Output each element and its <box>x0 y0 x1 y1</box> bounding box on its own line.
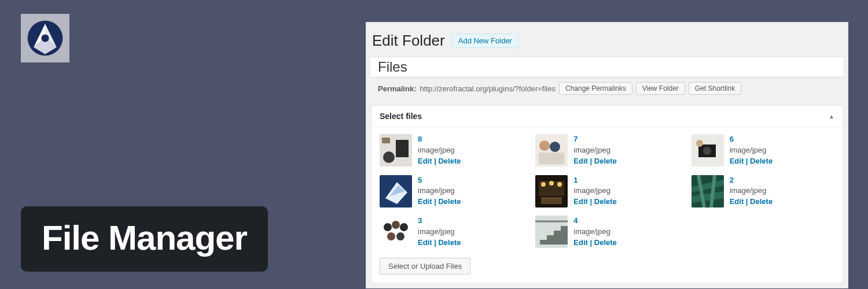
file-item: 4image/jpegEdit | Delete <box>535 216 678 249</box>
file-name-link[interactable]: 8 <box>418 134 461 145</box>
file-row-actions: Edit | Delete <box>418 156 461 167</box>
svg-point-19 <box>541 182 546 187</box>
file-mime: image/jpeg <box>730 186 773 197</box>
delete-link[interactable]: Delete <box>750 157 773 165</box>
permalink-row: Permalink: http://zerofractal.org/plugin… <box>366 77 848 99</box>
edit-link[interactable]: Edit <box>573 197 588 206</box>
action-separator: | <box>588 197 594 206</box>
postbox-header: Select files ▲ <box>372 106 843 127</box>
file-thumbnail[interactable] <box>692 134 724 166</box>
file-thumbnail[interactable] <box>692 175 724 208</box>
file-mime: image/jpeg <box>573 227 616 238</box>
file-mime: image/jpeg <box>418 145 461 156</box>
edit-link[interactable]: Edit <box>418 157 432 165</box>
file-meta: 6image/jpegEdit | Delete <box>730 134 773 167</box>
file-name-link[interactable]: 6 <box>730 134 773 145</box>
delete-link[interactable]: Delete <box>594 238 617 247</box>
panel-header: Edit Folder Add New Folder <box>366 23 848 57</box>
folder-title-row <box>371 57 843 77</box>
file-item: 8image/jpegEdit | Delete <box>380 134 523 167</box>
file-item: 2image/jpegEdit | Delete <box>692 175 834 208</box>
svg-point-12 <box>703 147 711 155</box>
svg-point-28 <box>387 232 395 240</box>
file-name-link[interactable]: 4 <box>573 216 616 227</box>
delete-link[interactable]: Delete <box>594 157 617 165</box>
svg-point-13 <box>696 140 703 147</box>
file-meta: 7image/jpegEdit | Delete <box>573 134 616 167</box>
file-meta: 5image/jpegEdit | Delete <box>418 175 461 208</box>
delete-link[interactable]: Delete <box>438 157 461 165</box>
folder-title-input[interactable] <box>378 59 836 75</box>
get-shortlink-button[interactable]: Get Shortlink <box>689 82 741 95</box>
file-meta: 8image/jpegEdit | Delete <box>418 134 461 167</box>
file-meta: 2image/jpegEdit | Delete <box>730 175 773 208</box>
edit-link[interactable]: Edit <box>730 197 744 206</box>
collapse-toggle-icon[interactable]: ▲ <box>829 113 834 120</box>
edit-link[interactable]: Edit <box>730 157 744 165</box>
add-new-folder-button[interactable]: Add New Folder <box>452 34 518 48</box>
svg-point-29 <box>396 232 404 240</box>
edit-folder-panel: Edit Folder Add New Folder Permalink: ht… <box>366 22 848 288</box>
svg-rect-24 <box>380 216 412 248</box>
postbox-content: 8image/jpegEdit | Delete7image/jpegEdit … <box>372 127 843 283</box>
edit-link[interactable]: Edit <box>418 238 432 247</box>
svg-point-4 <box>383 151 395 163</box>
file-mime: image/jpeg <box>730 145 773 156</box>
file-mime: image/jpeg <box>418 227 461 238</box>
edit-link[interactable]: Edit <box>418 197 432 206</box>
svg-rect-5 <box>382 138 390 143</box>
file-thumbnail[interactable] <box>535 216 568 248</box>
delete-link[interactable]: Delete <box>438 238 461 247</box>
file-thumbnail[interactable] <box>535 134 568 166</box>
select-upload-button[interactable]: Select or Upload Files <box>380 258 470 275</box>
svg-point-26 <box>392 221 400 229</box>
change-permalinks-button[interactable]: Change Permalinks <box>559 82 632 95</box>
action-separator: | <box>588 238 594 247</box>
permalink-url: http://zerofractal.org/plugins/?folder=f… <box>420 84 556 93</box>
file-name-link[interactable]: 7 <box>573 134 616 145</box>
postbox-title: Select files <box>380 112 422 121</box>
edit-link[interactable]: Edit <box>573 238 588 247</box>
file-row-actions: Edit | Delete <box>418 238 461 249</box>
edit-link[interactable]: Edit <box>573 157 588 165</box>
file-thumbnail[interactable] <box>380 175 412 208</box>
file-mime: image/jpeg <box>418 186 461 197</box>
file-row-actions: Edit | Delete <box>730 156 773 167</box>
svg-point-20 <box>549 181 554 186</box>
file-meta: 4image/jpegEdit | Delete <box>573 216 616 249</box>
action-separator: | <box>432 197 439 206</box>
delete-link[interactable]: Delete <box>438 197 461 206</box>
file-row-actions: Edit | Delete <box>418 197 461 208</box>
svg-point-7 <box>539 140 550 151</box>
svg-rect-22 <box>541 197 562 204</box>
file-meta: 3image/jpegEdit | Delete <box>418 216 461 249</box>
svg-point-25 <box>384 223 392 231</box>
permalink-label: Permalink: <box>378 84 416 93</box>
svg-point-27 <box>400 223 408 231</box>
file-name-link[interactable]: 3 <box>418 216 461 227</box>
zerofractal-icon <box>26 19 64 57</box>
file-item: 6image/jpegEdit | Delete <box>692 134 834 167</box>
file-row-actions: Edit | Delete <box>573 238 616 249</box>
file-name-link[interactable]: 2 <box>730 175 773 186</box>
svg-point-8 <box>550 142 560 152</box>
svg-point-1 <box>41 34 49 42</box>
file-mime: image/jpeg <box>573 186 616 197</box>
file-item: 1image/jpegEdit | Delete <box>535 175 678 208</box>
view-folder-button[interactable]: View Folder <box>636 82 685 95</box>
action-separator: | <box>744 157 750 165</box>
plugin-logo <box>21 14 69 62</box>
svg-rect-9 <box>539 153 564 164</box>
file-item: 3image/jpegEdit | Delete <box>380 216 523 249</box>
file-thumbnail[interactable] <box>380 134 412 166</box>
file-name-link[interactable]: 1 <box>573 175 616 186</box>
file-mime: image/jpeg <box>573 145 616 156</box>
file-name-link[interactable]: 5 <box>418 175 461 186</box>
file-row-actions: Edit | Delete <box>573 197 616 208</box>
svg-rect-3 <box>396 140 409 157</box>
delete-link[interactable]: Delete <box>594 197 617 206</box>
action-separator: | <box>588 157 594 165</box>
file-thumbnail[interactable] <box>535 175 568 208</box>
file-thumbnail[interactable] <box>380 216 412 248</box>
delete-link[interactable]: Delete <box>750 197 773 206</box>
